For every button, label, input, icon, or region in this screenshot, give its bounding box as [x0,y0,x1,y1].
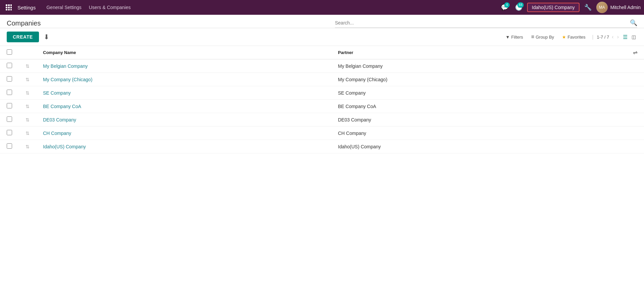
partner-cell-0: My Belgian Company [331,59,626,73]
company-selector-button[interactable]: Idaho(US) Company [527,3,579,12]
column-settings-icon[interactable]: ⇌ [633,50,637,55]
table-row: ⇅ My Belgian Company My Belgian Company [0,59,644,73]
chat-icon-btn[interactable]: 💬 4 [499,2,510,13]
download-button[interactable]: ⬇ [42,32,51,42]
favorites-label: Favorites [567,35,585,40]
search-input[interactable] [335,19,630,27]
row-drag-handle-2[interactable]: ⇅ [19,86,36,100]
row-checkbox-0[interactable] [7,63,12,68]
row-drag-handle-4[interactable]: ⇅ [19,113,36,127]
table-row: ⇅ Idaho(US) Company Idaho(US) Company [0,140,644,153]
company-name-link-6[interactable]: Idaho(US) Company [43,144,86,149]
partner-header[interactable]: Partner [331,46,626,59]
filters-button[interactable]: ▼ Filters [502,33,526,41]
row-checkbox-1[interactable] [7,76,12,82]
apps-menu-icon[interactable] [3,2,14,13]
company-name-link-1[interactable]: My Company (Chicago) [43,77,92,82]
partner-cell-2: SE Company [331,86,626,100]
company-name-link-5[interactable]: CH Company [43,131,71,136]
row-drag-handle-1[interactable]: ⇅ [19,73,36,86]
table-header: Company Name Partner ⇌ [0,46,644,59]
company-name-link-3[interactable]: BE Company CoA [43,104,81,109]
partner-cell-4: DE03 Company [331,113,626,127]
svg-rect-1 [8,4,10,6]
row-drag-handle-3[interactable]: ⇅ [19,100,36,113]
row-settings-cell-0 [626,59,644,73]
search-icon[interactable]: 🔍 [630,19,637,27]
partner-cell-5: CH Company [331,127,626,140]
username-label[interactable]: Mitchell Admin [610,5,641,10]
activity-icon-btn[interactable]: 🕐 44 [513,2,524,13]
row-checkbox-5[interactable] [7,130,12,135]
download-icon: ⬇ [44,33,49,41]
company-name-cell-5: CH Company [36,127,331,140]
svg-rect-8 [10,9,12,10]
avatar[interactable]: MA [596,2,608,13]
row-checkbox-cell-5 [0,127,19,140]
chat-badge: 4 [504,2,510,8]
row-checkbox-4[interactable] [7,116,12,122]
table-row: ⇅ SE Company SE Company [0,86,644,100]
row-checkbox-cell-1 [0,73,19,86]
debug-icon[interactable]: 🔧 [582,2,594,13]
create-button[interactable]: CREATE [7,32,39,42]
kanban-view-button[interactable]: ◫ [630,33,637,41]
page-title: Companies [7,19,41,27]
svg-rect-3 [6,7,7,8]
next-page-button[interactable]: › [616,33,620,41]
drag-handle-icon: ⇅ [26,63,30,69]
row-settings-cell-6 [626,140,644,153]
row-checkbox-3[interactable] [7,103,12,108]
pagination-info: 1-7 / 7 [597,35,609,40]
select-all-checkbox[interactable] [7,49,12,55]
avatar-image: MA [596,2,608,13]
nav-users-companies[interactable]: Users & Companies [86,3,134,12]
search-bar: 🔍 [335,19,637,28]
settings-col-header[interactable]: ⇌ [626,46,644,59]
nav-general-settings[interactable]: General Settings [43,3,85,12]
list-view-icon: ☰ [623,34,628,40]
partner-value-5: CH Company [338,131,366,136]
drag-handle-icon: ⇅ [26,117,30,122]
table-row: ⇅ My Company (Chicago) My Company (Chica… [0,73,644,86]
main-content: Companies 🔍 CREATE ⬇ ▼ Filters ≡ Group B… [0,15,644,295]
partner-value-0: My Belgian Company [338,63,383,69]
partner-cell-6: Idaho(US) Company [331,140,626,153]
company-name-link-0[interactable]: My Belgian Company [43,63,88,69]
row-checkbox-2[interactable] [7,90,12,95]
groupby-label: Group By [535,35,554,40]
activity-badge: 44 [517,2,524,8]
row-drag-handle-0[interactable]: ⇅ [19,59,36,73]
app-title[interactable]: Settings [17,5,36,10]
company-name-cell-3: BE Company CoA [36,100,331,113]
select-all-checkbox-cell [0,46,19,59]
groupby-icon: ≡ [531,34,534,40]
list-view-button[interactable]: ☰ [621,33,629,42]
svg-rect-2 [10,4,12,6]
row-checkbox-cell-0 [0,59,19,73]
company-name-link-2[interactable]: SE Company [43,90,71,96]
svg-rect-0 [6,4,7,6]
favorites-button[interactable]: ★ Favorites [559,33,589,41]
company-name-cell-6: Idaho(US) Company [36,140,331,153]
kanban-view-icon: ◫ [632,34,636,40]
drag-col-header [19,46,36,59]
star-icon: ★ [562,35,566,40]
row-drag-handle-6[interactable]: ⇅ [19,140,36,153]
row-checkbox-6[interactable] [7,143,12,149]
pagination-controls: ‹ › [610,33,620,41]
company-name-link-4[interactable]: DE03 Company [43,117,76,122]
partner-value-2: SE Company [338,90,366,96]
svg-rect-5 [10,7,12,8]
groupby-button[interactable]: ≡ Group By [528,33,557,41]
row-checkbox-cell-3 [0,100,19,113]
row-checkbox-cell-4 [0,113,19,127]
company-name-cell-1: My Company (Chicago) [36,73,331,86]
row-drag-handle-5[interactable]: ⇅ [19,127,36,140]
partner-value-1: My Company (Chicago) [338,77,387,82]
drag-handle-icon: ⇅ [26,90,30,96]
row-settings-cell-5 [626,127,644,140]
prev-page-button[interactable]: ‹ [610,33,615,41]
svg-rect-4 [8,7,10,8]
company-name-header[interactable]: Company Name [36,46,331,59]
